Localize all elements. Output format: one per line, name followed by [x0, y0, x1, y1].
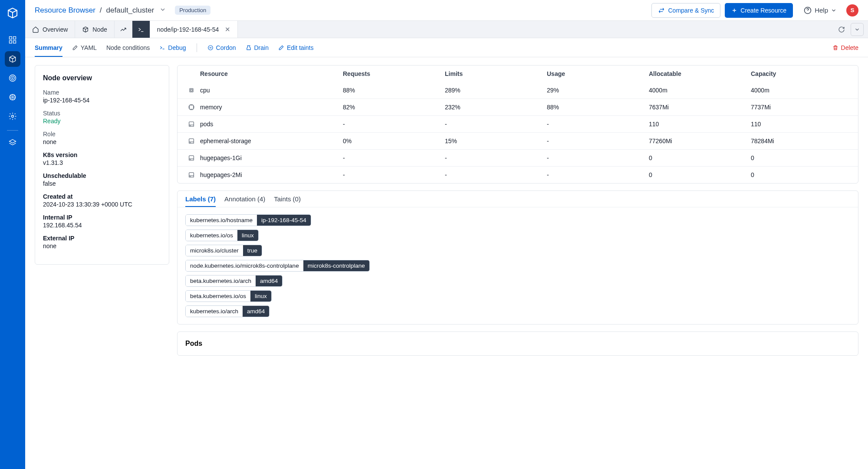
label-key: beta.kubernetes.io/arch — [186, 275, 256, 286]
label-chip: beta.kubernetes.io/oslinux — [185, 290, 272, 302]
svg-rect-13 — [191, 89, 192, 91]
ov-status-label: Status — [43, 110, 161, 117]
nav-helm[interactable] — [5, 89, 20, 105]
content: Node overview Name ip-192-168-45-54 Stat… — [25, 57, 868, 469]
cell-requests: 88% — [343, 87, 445, 94]
cell-usage: 29% — [547, 87, 649, 94]
tab-overview[interactable]: Overview — [25, 21, 75, 38]
cell-resource: hugepages-1Gi — [200, 154, 343, 161]
pods-title: Pods — [185, 340, 850, 348]
node-overview-card: Node overview Name ip-192-168-45-54 Stat… — [35, 65, 169, 265]
labeltab-taints[interactable]: Taints (0) — [274, 195, 301, 207]
breadcrumb-sep: / — [100, 6, 102, 15]
cell-requests: - — [343, 121, 445, 128]
refresh-button[interactable] — [835, 23, 848, 36]
cell-resource: pods — [200, 121, 343, 128]
tab-node[interactable]: Node — [75, 21, 114, 38]
subtab-debug[interactable]: Debug — [159, 38, 186, 57]
create-resource-button[interactable]: Create Resource — [725, 3, 793, 18]
home-icon — [32, 26, 39, 33]
compare-label: Compare & Sync — [668, 7, 714, 14]
breadcrumb-root[interactable]: Resource Browser — [35, 6, 95, 15]
cpu-icon — [183, 87, 200, 94]
resources-table: Resource Requests Limits Usage Allocatab… — [177, 65, 858, 184]
col-requests: Requests — [343, 70, 445, 77]
svg-rect-14 — [189, 105, 193, 109]
tab-node-detail[interactable]: node/ip-192-168-45-54 ✕ — [150, 21, 238, 38]
col-usage: Usage — [547, 70, 649, 77]
cell-limits: 289% — [445, 87, 547, 94]
user-avatar[interactable]: S — [846, 4, 858, 16]
tab-file-label: node/ip-192-168-45-54 — [157, 26, 219, 33]
tab-close[interactable]: ✕ — [225, 26, 230, 33]
labeltab-annotation[interactable]: Annotation (4) — [224, 195, 265, 207]
label-value: ip-192-168-45-54 — [257, 215, 311, 226]
tab-terminal[interactable] — [132, 21, 150, 38]
taints-label: Edit taints — [287, 44, 313, 51]
nav-settings[interactable] — [5, 108, 20, 124]
nav-divider — [7, 130, 18, 131]
col-limits: Limits — [445, 70, 547, 77]
pencil-icon — [72, 45, 78, 51]
cell-limits: 232% — [445, 104, 547, 111]
cube-icon — [82, 26, 89, 33]
label-value: linux — [250, 291, 271, 302]
nav-target[interactable] — [5, 70, 20, 86]
topbar: Resource Browser / default_cluster Produ… — [25, 0, 868, 21]
svg-point-4 — [10, 75, 16, 82]
overview-title: Node overview — [43, 74, 161, 82]
nav-apps[interactable] — [5, 32, 20, 48]
more-tabs-button[interactable] — [851, 23, 864, 36]
refresh-icon — [838, 26, 845, 33]
ov-status-value: Ready — [43, 118, 161, 125]
table-row: ephemeral-storage0%15%-77260Mi78284Mi — [178, 132, 858, 149]
label-tabs: Labels (7) Annotation (4) Taints (0) — [178, 191, 858, 207]
cordon-label: Cordon — [216, 44, 236, 51]
col-resource: Resource — [200, 70, 343, 77]
label-chip: kubernetes.io/archamd64 — [185, 305, 270, 317]
help-menu[interactable]: Help — [803, 6, 837, 15]
ov-unsched-value: false — [43, 180, 161, 187]
cell-cap: 4000m — [751, 87, 853, 94]
tab-metrics[interactable] — [115, 21, 132, 38]
cell-requests: 82% — [343, 104, 445, 111]
label-value: true — [243, 245, 262, 256]
helm-icon — [8, 93, 17, 102]
svg-rect-1 — [13, 37, 16, 39]
chart-icon — [120, 26, 127, 33]
cell-usage: - — [547, 171, 649, 178]
breadcrumb-cluster: default_cluster — [106, 6, 155, 15]
nav-resource-browser[interactable] — [5, 51, 20, 67]
compare-sync-button[interactable]: Compare & Sync — [651, 3, 720, 18]
disk-icon — [183, 138, 200, 144]
cell-cap: 0 — [751, 171, 853, 178]
cell-requests: - — [343, 171, 445, 178]
drain-label: Drain — [254, 44, 269, 51]
labeltab-labels[interactable]: Labels (7) — [185, 195, 216, 207]
nav-stacks[interactable] — [5, 135, 20, 151]
col-alloc: Allocatable — [649, 70, 751, 77]
node-actions-bar: Summary YAML Node conditions Debug Cordo… — [25, 38, 868, 57]
subtab-yaml[interactable]: YAML — [72, 38, 97, 57]
label-key: kubernetes.io/os — [186, 230, 237, 241]
terminal-icon — [138, 26, 145, 33]
cell-requests: - — [343, 154, 445, 161]
disk-icon — [183, 171, 200, 178]
ov-created-value: 2024-10-23 13:30:39 +0000 UTC — [43, 201, 161, 208]
tab-strip: Overview Node node/ip-192-168-45-54 ✕ — [25, 21, 868, 38]
label-key: kubernetes.io/hostname — [186, 215, 257, 226]
table-header: Resource Requests Limits Usage Allocatab… — [178, 66, 858, 82]
app-logo[interactable] — [5, 5, 20, 21]
ov-extip-label: External IP — [43, 235, 161, 242]
cluster-picker[interactable] — [159, 6, 166, 15]
ov-role-value: none — [43, 138, 161, 145]
subtab-summary[interactable]: Summary — [35, 38, 62, 57]
action-drain[interactable]: Drain — [246, 38, 269, 57]
label-value: microk8s-controlplane — [303, 260, 369, 271]
action-cordon[interactable]: Cordon — [207, 38, 236, 57]
action-edit-taints[interactable]: Edit taints — [278, 38, 313, 57]
ov-unsched-label: Unschedulable — [43, 172, 161, 179]
action-delete[interactable]: Delete — [832, 44, 858, 51]
subtab-conditions[interactable]: Node conditions — [106, 38, 150, 57]
label-chip: beta.kubernetes.io/archamd64 — [185, 275, 283, 287]
